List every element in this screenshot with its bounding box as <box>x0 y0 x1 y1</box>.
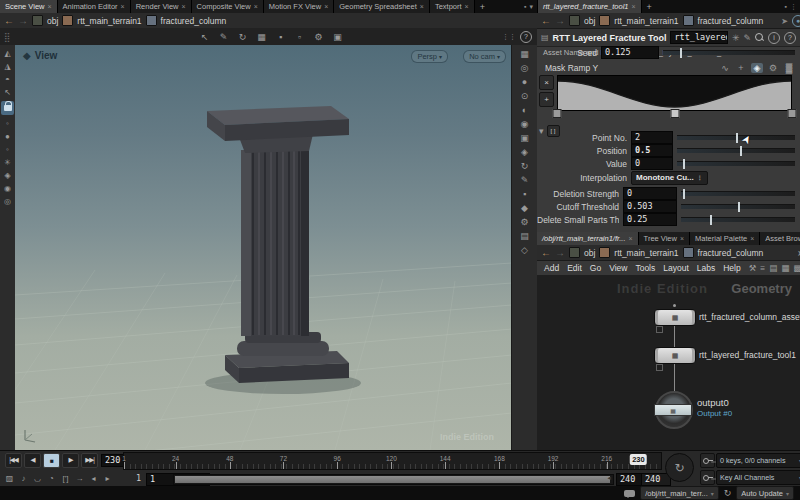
tool-icon[interactable]: ⚙ <box>313 32 325 42</box>
forward-icon[interactable]: → <box>555 247 565 258</box>
position-field[interactable]: 0.5 <box>631 144 673 157</box>
tab-animation-editor[interactable]: Animation Editor× <box>58 0 131 13</box>
tool-icon[interactable]: ✎ <box>516 175 533 185</box>
stop-button[interactable]: ■ <box>43 453 60 468</box>
pane-menu-icon[interactable]: ▾ <box>529 3 533 11</box>
position-slider[interactable] <box>677 148 795 153</box>
menu-add[interactable]: Add <box>544 263 559 273</box>
ramp-handle-right[interactable] <box>788 109 797 118</box>
tool-icon[interactable]: ▸ <box>102 474 113 483</box>
handle-tool-icon[interactable]: ◦ <box>1 119 14 128</box>
tool-icon[interactable]: ▪ <box>275 32 287 42</box>
playback-range-slider[interactable] <box>173 474 614 485</box>
menu-tools[interactable]: Tools <box>635 263 655 273</box>
help-icon[interactable]: ? <box>520 31 532 43</box>
breadcrumb-obj[interactable]: obj <box>584 248 595 258</box>
pane-maximize-icon[interactable]: ▪ <box>524 3 526 10</box>
breadcrumb-terrain[interactable]: rtt_main_terrain1 <box>614 16 678 26</box>
close-icon[interactable]: × <box>121 3 125 10</box>
key-all-channels-dropdown[interactable]: Key All Channels▾ <box>716 470 800 485</box>
close-icon[interactable]: × <box>680 235 684 242</box>
view-tool-icon[interactable]: ◭ <box>1 49 14 58</box>
tool-icon[interactable]: ◉ <box>516 119 533 129</box>
menu-layout[interactable]: Layout <box>663 263 689 273</box>
select-arrow-icon[interactable]: ↖ <box>1 88 14 97</box>
tab-material-palette[interactable]: Material Palette× <box>690 232 760 245</box>
table-view-icon[interactable]: ▦ <box>781 263 789 273</box>
camera-selector[interactable]: No cam▾ <box>463 50 506 63</box>
tab-tree-view[interactable]: Tree View× <box>639 232 690 245</box>
tab-parameter-editor[interactable]: rtt_layered_fracture_tool1× <box>538 0 642 13</box>
refresh-icon[interactable]: ↻ <box>724 488 732 498</box>
tool-icon[interactable]: ['] <box>60 474 71 483</box>
scale-tool-icon[interactable]: ◎ <box>1 197 14 206</box>
ramp-editor[interactable] <box>557 75 792 111</box>
back-icon[interactable]: ← <box>4 15 14 26</box>
node-name-field[interactable]: rtt_layered_fracture_tool1 <box>670 31 727 44</box>
ramp-handle-left[interactable] <box>553 109 562 118</box>
brush-icon[interactable]: ✎ <box>743 33 751 43</box>
add-point-button[interactable]: + <box>539 92 554 107</box>
back-icon[interactable]: ← <box>541 15 551 26</box>
cutoff-threshold-field[interactable]: 0.503 <box>623 200 677 213</box>
node-output0[interactable]: ▦ <box>655 391 693 429</box>
search-icon[interactable] <box>755 33 764 42</box>
wrench-icon[interactable]: ⚒ <box>749 263 757 273</box>
tool-icon[interactable]: ▫ <box>294 32 306 42</box>
node-input-connector[interactable] <box>673 304 676 307</box>
menu-edit[interactable]: Edit <box>567 263 582 273</box>
tool-icon[interactable]: ✎ <box>218 32 230 42</box>
viewport-canvas[interactable]: ◆ View Persp▾ No cam▾ Indie Edition <box>15 45 512 450</box>
operator-controls-icon[interactable]: ✳ <box>732 33 740 43</box>
tab-geometry-spreadsheet[interactable]: Geometry Spreadsheet× <box>334 0 430 13</box>
tool-icon[interactable]: ◎ <box>516 63 533 73</box>
tool-icon[interactable]: ▪ <box>516 189 533 199</box>
breadcrumb-obj[interactable]: obj <box>584 16 595 26</box>
tool-icon[interactable]: ◡ <box>32 474 43 483</box>
tab-composite-view[interactable]: Composite View× <box>192 0 264 13</box>
close-icon[interactable]: × <box>465 3 469 10</box>
tab-network-editor[interactable]: /obj/rtt_main_terrain1/fr...× <box>537 232 639 245</box>
context-path-dropdown[interactable]: /obj/rtt_main_terr...▾ <box>640 486 719 500</box>
ramp-settings-icon[interactable]: ⚙ <box>767 63 779 73</box>
move-point-icon[interactable]: ◈ <box>751 63 763 73</box>
tool-icon[interactable]: ◇ <box>516 245 533 255</box>
tool-icon[interactable]: ▦ <box>516 49 533 59</box>
menu-view[interactable]: View <box>609 263 627 273</box>
pose-tool-icon[interactable]: ● <box>1 132 14 141</box>
close-icon[interactable]: × <box>750 235 754 242</box>
grid-view-icon[interactable]: ▤ <box>769 263 777 273</box>
timeline-ruler[interactable]: 1 24 48 72 96 120 144 168 192 216 230 <box>123 452 662 470</box>
breadcrumb-column[interactable]: fractured_column <box>698 248 764 258</box>
set-key-icon[interactable] <box>700 453 715 468</box>
interpolation-dropdown[interactable]: Monotone Cu... ⋮ <box>631 171 708 185</box>
pin-icon[interactable]: ➤ <box>781 16 788 26</box>
message-bubble-icon[interactable] <box>624 490 635 497</box>
new-tab-button[interactable]: + <box>475 0 490 13</box>
tool-icon[interactable]: ▨ <box>4 474 15 483</box>
forward-icon[interactable]: → <box>555 15 565 26</box>
tool-icon[interactable]: ▣ <box>516 133 533 143</box>
seed-slider[interactable] <box>663 50 795 55</box>
rotate-tool-icon[interactable]: ◉ <box>1 184 14 193</box>
perspective-selector[interactable]: Persp▾ <box>411 50 448 63</box>
play-forward-button[interactable]: ▶ <box>62 453 79 468</box>
close-icon[interactable]: × <box>629 235 633 242</box>
forward-icon[interactable]: → <box>18 15 28 26</box>
tool-icon[interactable]: ▦ <box>256 32 268 42</box>
tool-icon[interactable]: → <box>74 474 85 483</box>
auto-update-dropdown[interactable]: Auto Update▾ <box>736 486 794 500</box>
back-icon[interactable]: ← <box>541 247 551 258</box>
pane-menu-icon[interactable]: ⋮ <box>790 3 797 11</box>
network-canvas[interactable]: Indie Edition Geometry ▦ rtt_fractured_c… <box>537 275 800 450</box>
jump-to-end-button[interactable]: ▶▶| <box>81 453 98 468</box>
deletion-strength-slider[interactable] <box>681 191 795 196</box>
point-no-slider[interactable] <box>677 135 795 140</box>
close-icon[interactable]: × <box>420 3 424 10</box>
snap-tool-icon[interactable]: ✳ <box>1 158 14 167</box>
tool-icon[interactable]: ▣ <box>332 32 344 42</box>
tab-asset-browser[interactable]: Asset Browser× <box>760 232 800 245</box>
tool-icon[interactable]: ◂ <box>88 474 99 483</box>
tool-icon[interactable]: ↖ <box>199 32 211 42</box>
tool-icon[interactable]: ◔ <box>46 474 57 483</box>
